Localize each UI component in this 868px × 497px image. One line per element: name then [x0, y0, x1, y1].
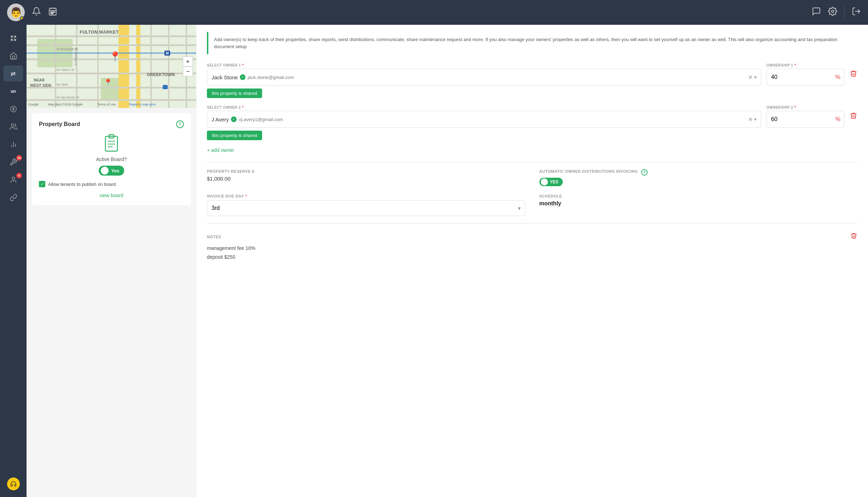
- owner-2-input[interactable]: J Avery ✓ oj.avery1@gmail.com ✕ ▾: [207, 111, 761, 128]
- notes-delete-button[interactable]: [850, 232, 857, 241]
- svg-rect-26: [136, 25, 140, 108]
- svg-rect-36: [150, 25, 152, 108]
- sidebar-item-pt[interactable]: pt: [4, 65, 23, 81]
- sidebar-item-tools[interactable]: 16: [4, 154, 23, 170]
- svg-point-9: [832, 10, 834, 13]
- allow-tenants-row: ✓ Allow tenants to publish on board: [39, 181, 184, 187]
- svg-rect-8: [52, 13, 53, 14]
- auto-distribution-group: AUTOMATIC OWNER DISTRIBUTIONS INVOICING …: [539, 169, 858, 187]
- svg-rect-4: [51, 12, 52, 12]
- auto-distribution-toggle[interactable]: YES: [539, 178, 563, 186]
- notification-bell-icon[interactable]: [32, 7, 41, 18]
- map-zoom-in[interactable]: +: [183, 57, 193, 67]
- auto-dist-toggle-label: YES: [550, 179, 559, 184]
- svg-text:Google: Google: [28, 103, 39, 106]
- svg-rect-13: [11, 39, 13, 41]
- svg-text:lon Blvd: lon Blvd: [57, 83, 68, 86]
- owner-1-dropdown-icon[interactable]: ▾: [754, 74, 757, 80]
- svg-text:📍: 📍: [104, 78, 112, 87]
- svg-rect-37: [168, 25, 169, 108]
- svg-point-16: [11, 124, 13, 126]
- map-image: FULTON MARKET NEAR WEST SIDE GREEKTOWN W…: [27, 25, 196, 108]
- owner-2-verified-icon: ✓: [231, 116, 237, 122]
- map-zoom-out[interactable]: −: [183, 67, 193, 76]
- schedule-label: SCHEDULE: [539, 194, 858, 198]
- ownership-2-pct-icon: %: [832, 116, 844, 122]
- svg-rect-27: [27, 44, 196, 46]
- add-owner-link[interactable]: + add owner: [207, 147, 857, 153]
- notes-content: management fee 10% deposit $250: [207, 244, 857, 262]
- allow-tenants-checkbox[interactable]: ✓: [39, 181, 45, 187]
- invoice-due-day-select[interactable]: 3rd ▾: [207, 200, 525, 216]
- svg-rect-14: [14, 39, 16, 41]
- svg-rect-12: [14, 35, 16, 38]
- owner-1-clear-icon[interactable]: ✕: [748, 74, 753, 81]
- sidebar-item-dollar[interactable]: [4, 101, 23, 117]
- owner-2-delete-button[interactable]: [850, 112, 857, 121]
- notes-label: NOTES: [207, 235, 221, 239]
- svg-text:W Van Buren St: W Van Buren St: [57, 96, 79, 99]
- svg-text:WEST SIDE: WEST SIDE: [30, 83, 52, 87]
- svg-rect-35: [97, 25, 99, 108]
- top-navigation: 👨: [0, 0, 868, 25]
- ownership-1-label: OWNERSHIP 1 *: [766, 63, 844, 67]
- svg-text:📍: 📍: [109, 51, 121, 63]
- settings-icon[interactable]: [828, 7, 837, 18]
- nav-left: 👨: [7, 4, 57, 21]
- sidebar-item-support[interactable]: [4, 476, 23, 492]
- property-board-title: Property Board: [39, 121, 80, 127]
- chat-icon[interactable]: [812, 7, 821, 18]
- svg-rect-30: [27, 87, 196, 88]
- notes-line-2: deposit $250: [207, 253, 857, 262]
- notes-line-1: management fee 10%: [207, 244, 857, 253]
- ownership-2-label: OWNERSHIP 2 *: [766, 105, 844, 109]
- calendar-icon[interactable]: [48, 7, 57, 18]
- auto-distribution-label-row: AUTOMATIC OWNER DISTRIBUTIONS INVOICING …: [539, 169, 858, 176]
- active-board-toggle[interactable]: Yes: [99, 166, 124, 176]
- sidebar-item-contacts[interactable]: 6: [4, 172, 23, 188]
- sidebar-item-link[interactable]: [4, 189, 23, 205]
- schedule-value: monthly: [539, 200, 858, 207]
- svg-rect-33: [55, 25, 56, 108]
- schedule-group: SCHEDULE monthly: [539, 194, 858, 207]
- svg-text:FULTON MARKET: FULTON MARKET: [80, 29, 119, 35]
- user-avatar[interactable]: 👨: [7, 4, 25, 21]
- owner-2-row: SELECT OWNER 2 * J Avery ✓ oj.avery1@gma…: [207, 105, 857, 128]
- auto-distribution-help-icon[interactable]: ?: [641, 169, 648, 176]
- info-banner-text: Add owner(s) to keep track of their prop…: [214, 37, 837, 49]
- toggle-knob: [101, 167, 109, 175]
- property-board-help-icon[interactable]: ?: [176, 120, 184, 128]
- invoice-due-day-label: INVOICE DUE DAY *: [207, 194, 525, 198]
- sidebar-item-chart[interactable]: [4, 136, 23, 152]
- main-wrapper: FULTON MARKET NEAR WEST SIDE GREEKTOWN W…: [27, 25, 868, 497]
- owner-1-delete-button[interactable]: [850, 70, 857, 79]
- owner-1-input[interactable]: Jack Stone ✓ jack.stone@gmail.com ✕ ▾: [207, 69, 761, 86]
- svg-text:GREEKTOWN: GREEKTOWN: [147, 72, 175, 77]
- svg-text:Map data ©2018 Google: Map data ©2018 Google: [48, 103, 82, 106]
- svg-rect-53: [163, 85, 168, 89]
- toggle-yes-label: Yes: [111, 168, 119, 173]
- active-board-label: Active Board?: [39, 156, 184, 162]
- owner-2-clear-icon[interactable]: ✕: [748, 116, 753, 123]
- left-sidebar: pt un 16 6: [0, 25, 27, 497]
- sidebar-item-property[interactable]: [4, 48, 23, 64]
- owner-2-dropdown-icon[interactable]: ▾: [754, 116, 757, 122]
- pt-label: pt: [11, 71, 15, 76]
- sidebar-item-un[interactable]: un: [4, 83, 23, 99]
- sidebar-item-grid[interactable]: [4, 30, 23, 46]
- owner-2-name: J Avery ✓ oj.avery1@gmail.com: [212, 116, 283, 122]
- svg-text:Report a map error: Report a map error: [129, 103, 156, 106]
- owner-1-actions: ✕ ▾: [748, 74, 757, 81]
- owner-2-email: oj.avery1@gmail.com: [239, 117, 283, 122]
- invoice-schedule-row: INVOICE DUE DAY * 3rd ▾ SCHEDULE monthly: [207, 194, 857, 216]
- map-container: FULTON MARKET NEAR WEST SIDE GREEKTOWN W…: [27, 25, 196, 108]
- svg-rect-32: [27, 35, 196, 37]
- view-board-link[interactable]: view board: [39, 193, 184, 198]
- owner-1-label: SELECT OWNER 1 *: [207, 63, 761, 67]
- ownership-2-input[interactable]: [767, 113, 832, 126]
- logout-icon[interactable]: [852, 7, 861, 18]
- sidebar-item-people[interactable]: [4, 119, 23, 135]
- un-label: un: [11, 89, 16, 94]
- ownership-1-input[interactable]: [767, 70, 832, 84]
- owner-2-select-wrapper: SELECT OWNER 2 * J Avery ✓ oj.avery1@gma…: [207, 105, 761, 128]
